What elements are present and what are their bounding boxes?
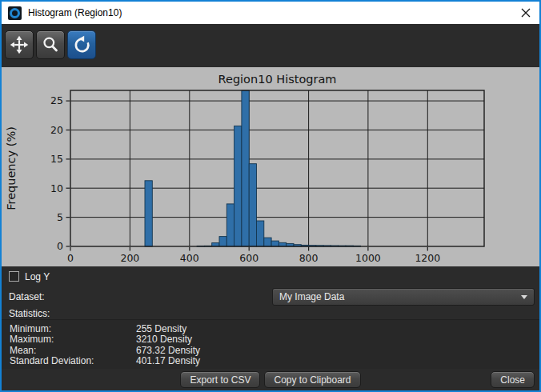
reset-icon [70, 33, 94, 57]
histogram-chart[interactable]: 0200400600800100012000510152025Region10 … [2, 67, 536, 266]
histogram-bar [242, 90, 249, 246]
stat-row-stddev: Standard Deviation: 401.17 Density [2, 356, 539, 367]
y-axis-label: Frequency (%) [5, 126, 18, 210]
chart-background [2, 67, 536, 266]
stat-value: 401.17 Density [128, 355, 200, 366]
y-tick-label: 0 [57, 240, 63, 252]
stat-value: 3210 Density [128, 334, 192, 345]
y-tick-label: 20 [50, 124, 63, 136]
dataset-label: Dataset: [9, 291, 45, 302]
pan-button[interactable] [5, 30, 34, 59]
stat-label: Mean: [2, 345, 128, 356]
x-tick-label: 800 [299, 252, 319, 264]
export-csv-button[interactable]: Export to CSV [180, 371, 260, 388]
app-icon[interactable] [8, 6, 22, 20]
copy-clipboard-button[interactable]: Copy to Clipboard [264, 371, 360, 388]
chart-panel: 0200400600800100012000510152025Region10 … [2, 67, 539, 266]
button-row: Export to CSV Copy to Clipboard Close [2, 369, 539, 390]
x-tick-label: 400 [180, 252, 199, 264]
toolbar [2, 24, 539, 67]
pan-icon [7, 33, 31, 57]
x-tick-label: 200 [120, 252, 139, 264]
histogram-bar [279, 242, 286, 246]
x-tick-label: 0 [67, 252, 74, 264]
titlebar[interactable]: Histogram (Region10) [2, 2, 539, 24]
zoom-icon [38, 33, 62, 57]
log-y-label[interactable]: Log Y [25, 271, 50, 282]
window-close-button[interactable] [512, 2, 539, 24]
stat-label: Maximum: [2, 334, 128, 345]
stat-row-mean: Mean: 673.32 Density [2, 345, 539, 356]
dataset-select[interactable]: My Image Data [272, 288, 535, 306]
histogram-bar [271, 241, 279, 246]
stat-row-maximum: Maximum: 3210 Density [2, 334, 539, 346]
y-tick-label: 10 [50, 182, 63, 194]
statistics-panel: Minimum: 255 Density Maximum: 3210 Densi… [2, 319, 539, 369]
x-tick-label: 600 [239, 252, 258, 264]
histogram-bar [264, 238, 271, 246]
chart-title: Region10 Histogram [218, 73, 337, 86]
zoom-button[interactable] [36, 30, 65, 59]
log-y-control: Log Y [2, 266, 539, 286]
stat-row-minimum: Minimum: 255 Density [2, 323, 539, 334]
y-tick-label: 15 [50, 153, 63, 165]
histogram-bar [234, 126, 242, 246]
x-tick-label: 1200 [415, 252, 440, 264]
chevron-down-icon [521, 295, 527, 299]
close-button[interactable]: Close [491, 371, 535, 388]
stat-label: Minimum: [2, 323, 128, 334]
histogram-bar [257, 221, 264, 246]
histogram-bar [219, 237, 226, 246]
histogram-dialog: Histogram (Region10) [0, 0, 541, 392]
histogram-bar [226, 204, 234, 246]
histogram-bar [249, 164, 256, 246]
dataset-selected-value: My Image Data [279, 291, 344, 302]
histogram-bar [145, 181, 152, 246]
statistics-header: Statistics: [2, 307, 539, 319]
stat-value: 673.32 Density [128, 345, 200, 356]
x-tick-label: 1000 [355, 252, 381, 264]
stat-label: Standard Deviation: [2, 355, 128, 366]
statistics-label: Statistics: [9, 308, 50, 319]
y-tick-label: 5 [57, 211, 63, 223]
window-title: Histogram (Region10) [28, 7, 122, 18]
y-tick-label: 25 [50, 94, 63, 106]
reset-view-button[interactable] [67, 30, 96, 59]
dataset-row: Dataset: My Image Data [2, 286, 539, 307]
stat-value: 255 Density [128, 323, 186, 334]
log-y-checkbox[interactable] [9, 271, 19, 282]
close-icon [521, 8, 531, 18]
